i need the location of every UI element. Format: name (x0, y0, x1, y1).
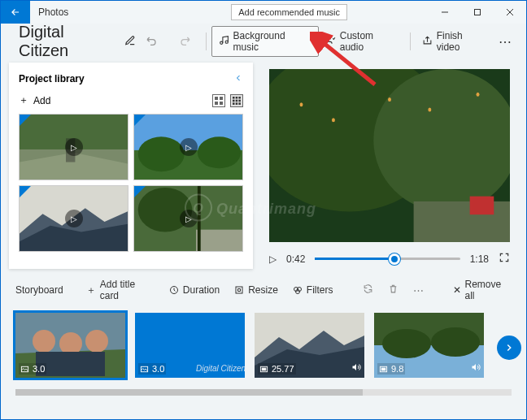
custom-audio-button[interactable]: Custom audio (319, 27, 405, 56)
title-card-caption: Digital Citizen (196, 364, 245, 373)
svg-rect-14 (238, 99, 241, 102)
svg-rect-16 (236, 102, 238, 104)
storyboard-title: Storyboard (15, 284, 63, 296)
svg-rect-8 (220, 102, 223, 105)
library-thumb-1[interactable]: ▷ (19, 114, 128, 180)
time-total: 1:18 (470, 253, 489, 265)
add-media-button[interactable]: ＋ Add (19, 93, 50, 107)
svg-point-2 (220, 41, 222, 44)
delete-button[interactable] (388, 284, 399, 297)
svg-rect-41 (236, 287, 242, 293)
sound-icon (351, 362, 361, 375)
storyboard-clip-2[interactable]: Digital Citizen 3.0 (135, 313, 245, 378)
horizontal-scrollbar[interactable] (15, 389, 512, 396)
svg-rect-61 (381, 368, 385, 370)
svg-point-3 (225, 41, 228, 43)
rotate-button[interactable] (363, 284, 373, 297)
svg-rect-34 (470, 197, 494, 215)
svg-rect-10 (236, 97, 238, 99)
project-title: Digital Citizen (19, 23, 116, 60)
svg-point-58 (382, 329, 431, 358)
svg-point-47 (59, 332, 82, 355)
svg-rect-12 (233, 99, 235, 102)
plus-icon: ＋ (19, 93, 28, 107)
svg-rect-1 (475, 10, 481, 15)
export-icon (422, 35, 433, 48)
music-icon (219, 35, 229, 48)
play-icon: ▷ (65, 210, 83, 227)
redo-button[interactable] (178, 34, 191, 50)
svg-rect-5 (215, 97, 218, 100)
library-thumb-3[interactable]: ▷ (19, 185, 128, 252)
svg-rect-6 (220, 97, 223, 100)
play-button[interactable]: ▷ (269, 253, 277, 265)
svg-rect-13 (236, 99, 238, 102)
fullscreen-button[interactable] (499, 252, 510, 266)
svg-point-4 (328, 37, 330, 39)
play-icon: ▷ (65, 138, 83, 156)
svg-rect-28 (196, 230, 242, 251)
library-thumb-2[interactable]: ▷ (133, 114, 243, 180)
app-title: Photos (30, 1, 76, 24)
preview-panel: ▷ 0:42 1:18 (253, 59, 526, 269)
play-icon: ▷ (180, 210, 198, 227)
svg-point-38 (477, 93, 480, 97)
svg-point-35 (388, 97, 391, 102)
svg-point-46 (33, 330, 55, 353)
edit-title-button[interactable] (124, 35, 136, 49)
svg-rect-15 (233, 102, 235, 104)
remove-all-button[interactable]: ✕Remove all (453, 279, 512, 301)
svg-rect-7 (215, 102, 218, 105)
storyboard-clip-3[interactable]: 25.77 (255, 313, 364, 378)
grid-large-view-button[interactable] (212, 94, 225, 107)
seek-slider[interactable] (315, 258, 459, 260)
project-library-panel: Project library ＋ Add ▷ (9, 63, 253, 269)
svg-rect-33 (414, 201, 510, 242)
svg-point-36 (332, 118, 335, 122)
library-title: Project library (19, 73, 85, 84)
svg-rect-17 (238, 102, 241, 104)
main-toolbar: Digital Citizen Background music Custom … (1, 24, 526, 59)
resize-button[interactable]: Resize (234, 284, 278, 296)
svg-point-48 (85, 330, 108, 353)
background-music-button[interactable]: Background music (211, 26, 319, 57)
add-title-card-button[interactable]: ＋Add title card (86, 279, 155, 301)
person-audio-icon (325, 35, 336, 48)
svg-point-23 (138, 136, 185, 171)
svg-rect-11 (238, 97, 241, 99)
filters-button[interactable]: Filters (293, 284, 333, 296)
svg-rect-9 (233, 97, 235, 99)
finish-video-button[interactable]: Finish video (416, 27, 494, 56)
storyboard-strip: 3.0 Digital Citizen 3.0 25.77 9.8 (1, 306, 526, 389)
scroll-right-button[interactable] (497, 336, 521, 360)
play-icon: ▷ (180, 138, 198, 156)
sound-icon (471, 362, 481, 375)
maximize-button[interactable] (461, 1, 494, 24)
svg-point-59 (431, 327, 480, 357)
grid-small-view-button[interactable] (230, 94, 243, 107)
storyboard-clip-1[interactable]: 3.0 (15, 313, 125, 378)
time-current: 0:42 (286, 253, 305, 265)
video-preview[interactable] (269, 69, 510, 242)
more-button[interactable]: ⋯ (494, 34, 516, 50)
minimize-button[interactable] (429, 1, 461, 24)
svg-rect-29 (198, 186, 201, 251)
back-button[interactable] (1, 1, 30, 24)
undo-button[interactable] (146, 34, 159, 50)
svg-point-37 (428, 108, 431, 112)
library-thumb-4[interactable]: ▷ (133, 185, 243, 252)
storyboard-toolbar: Storyboard ＋Add title card Duration Resi… (1, 269, 526, 306)
svg-rect-55 (262, 368, 266, 370)
close-button[interactable] (494, 1, 526, 24)
duration-button[interactable]: Duration (169, 284, 220, 296)
collapse-library-button[interactable] (233, 72, 243, 85)
svg-point-39 (299, 102, 303, 106)
storyboard-clip-4[interactable]: 9.8 (374, 313, 484, 378)
svg-point-24 (198, 136, 241, 168)
title-bar: Photos Add recommended music (1, 1, 526, 24)
tooltip: Add recommended music (231, 4, 347, 20)
clip-more-button[interactable]: ⋯ (413, 284, 424, 297)
